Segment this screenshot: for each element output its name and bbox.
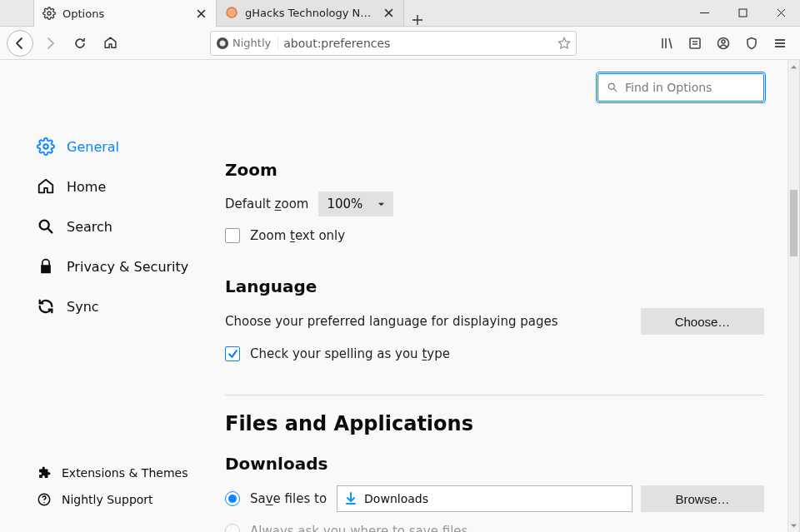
lock-icon <box>37 257 55 276</box>
identity-label: Nightly <box>232 37 271 49</box>
search-icon <box>37 217 55 236</box>
svg-point-8 <box>722 40 725 43</box>
download-arrow-icon <box>344 492 358 505</box>
svg-marker-5 <box>558 37 569 48</box>
check-spelling-checkbox[interactable] <box>225 346 240 361</box>
window-minimize-button[interactable] <box>685 0 723 26</box>
check-spelling-label: Check your spelling as you type <box>250 346 450 361</box>
category-general[interactable]: General <box>37 127 225 167</box>
tab-title: gHacks Technology News <box>245 7 376 19</box>
preferences-sidebar: General Home Search Privacy & Security S… <box>0 60 225 532</box>
always-ask-label: Always ask you where to save files <box>250 524 468 532</box>
preferences-main: Find in Options Zoom Default zoom 100% <box>225 60 788 532</box>
new-tab-button[interactable] <box>404 14 431 26</box>
sidebar-footer: Extensions & Themes Nightly Support <box>37 465 188 507</box>
nav-toolbar: Nightly about:preferences <box>0 27 800 60</box>
forward-button[interactable] <box>37 30 63 57</box>
save-files-to-radio[interactable] <box>225 491 240 506</box>
tab-close-button[interactable] <box>194 7 208 20</box>
zoom-heading: Zoom <box>225 160 764 180</box>
svg-point-4 <box>220 40 226 46</box>
footer-link-label: Extensions & Themes <box>62 466 188 480</box>
home-icon <box>37 177 55 196</box>
app-menu-button[interactable] <box>767 30 793 57</box>
svg-point-9 <box>43 144 48 149</box>
window-maximize-button[interactable] <box>723 0 762 26</box>
category-label: Privacy & Security <box>67 259 188 275</box>
choose-language-button[interactable]: Choose… <box>641 308 764 335</box>
toolbar-right <box>653 30 793 57</box>
tab-ghacks[interactable]: gHacks Technology News <box>217 0 404 26</box>
scroll-thumb[interactable] <box>790 190 798 256</box>
zoom-section: Zoom Default zoom 100% <box>225 160 764 243</box>
title-bar: Options gHacks Technology News <box>0 0 800 27</box>
account-icon[interactable] <box>710 30 737 57</box>
url-bar[interactable]: Nightly about:preferences <box>210 31 577 56</box>
help-icon <box>37 492 52 507</box>
files-and-applications-section: Files and Applications Downloads Save fi… <box>225 412 764 532</box>
category-home[interactable]: Home <box>37 167 225 206</box>
window-close-button[interactable] <box>762 0 800 26</box>
gear-icon <box>37 137 55 156</box>
default-zoom-select[interactable]: 100% <box>318 191 393 216</box>
titlebar-drag-area[interactable] <box>431 0 685 26</box>
downloads-heading: Downloads <box>225 454 764 474</box>
vertical-scrollbar[interactable] <box>788 60 799 532</box>
svg-rect-2 <box>739 9 747 17</box>
section-divider <box>225 395 764 395</box>
identity-box[interactable]: Nightly <box>216 37 278 50</box>
save-files-to-label: Save files to <box>250 491 327 506</box>
tab-options[interactable]: Options <box>33 0 217 27</box>
category-privacy[interactable]: Privacy & Security <box>37 246 225 286</box>
zoom-text-only-checkbox[interactable] <box>225 228 240 243</box>
files-heading: Files and Applications <box>225 412 764 435</box>
home-button[interactable] <box>97 30 123 57</box>
shield-icon[interactable] <box>738 30 765 57</box>
scroll-down-icon[interactable] <box>788 519 799 532</box>
site-favicon-icon <box>225 6 238 19</box>
extensions-themes-link[interactable]: Extensions & Themes <box>37 465 188 480</box>
search-placeholder: Find in Options <box>625 81 712 94</box>
svg-point-1 <box>227 7 237 17</box>
default-zoom-label: Default zoom <box>225 196 308 211</box>
zoom-text-only-label: Zoom text only <box>250 228 345 243</box>
window-controls <box>685 0 800 26</box>
sync-icon <box>37 297 55 316</box>
search-icon <box>607 82 618 93</box>
category-label: Search <box>67 219 112 235</box>
svg-rect-6 <box>690 38 700 48</box>
always-ask-radio[interactable] <box>225 524 240 532</box>
svg-point-0 <box>48 12 51 15</box>
url-text: about:preferences <box>283 37 552 50</box>
footer-link-label: Nightly Support <box>62 493 153 506</box>
language-section: Language Choose your preferred language … <box>225 276 764 361</box>
bookmark-star-icon[interactable] <box>558 37 571 50</box>
chevron-down-icon <box>378 201 385 208</box>
titlebar-leading-spacer <box>0 0 33 26</box>
downloads-folder-value: Downloads <box>364 492 428 505</box>
language-heading: Language <box>225 276 764 296</box>
back-button[interactable] <box>7 30 33 57</box>
category-label: General <box>67 139 119 155</box>
gear-icon <box>42 7 56 20</box>
category-sync[interactable]: Sync <box>37 286 225 326</box>
reload-button[interactable] <box>67 30 93 57</box>
browse-downloads-button[interactable]: Browse… <box>641 485 764 512</box>
reader-view-icon[interactable] <box>682 30 708 57</box>
category-label: Sync <box>67 299 99 315</box>
category-label: Home <box>67 179 106 195</box>
nightly-support-link[interactable]: Nightly Support <box>37 492 188 507</box>
scroll-up-icon[interactable] <box>788 60 799 73</box>
find-in-options-input[interactable]: Find in Options <box>598 73 764 102</box>
category-search[interactable]: Search <box>37 206 225 246</box>
svg-point-12 <box>43 502 45 504</box>
language-description: Choose your preferred language for displ… <box>225 314 558 329</box>
library-button[interactable] <box>653 30 680 57</box>
downloads-folder-input[interactable]: Downloads <box>337 485 632 512</box>
svg-rect-14 <box>346 503 356 505</box>
tab-close-button[interactable] <box>382 6 395 19</box>
tab-strip: Options gHacks Technology News <box>33 0 431 26</box>
scroll-track[interactable] <box>788 73 799 519</box>
nightly-icon <box>216 37 229 50</box>
default-zoom-value: 100% <box>327 196 362 211</box>
